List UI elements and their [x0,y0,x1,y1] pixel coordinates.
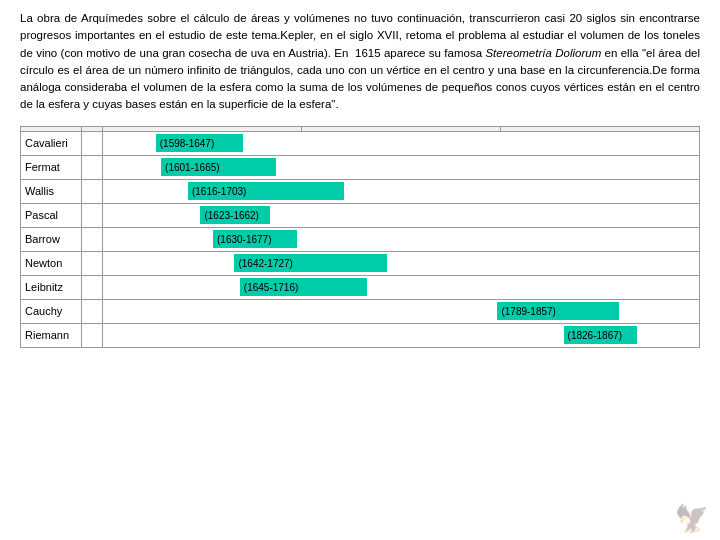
timeline-bar: (1601-1665) [161,158,275,176]
bar-area: (1623-1662) [102,203,699,227]
timeline-bar: (1598-1647) [156,134,244,152]
table-row: Fermat(1601-1665) [21,155,700,179]
spacer-cell [82,155,102,179]
timeline-bar: (1623-1662) [200,206,270,224]
table-row: Cavalieri(1598-1647) [21,131,700,155]
bar-area: (1645-1716) [102,275,699,299]
person-name: Pascal [21,203,82,227]
person-name: Cauchy [21,299,82,323]
person-name: Barrow [21,227,82,251]
spacer-cell [82,227,102,251]
person-name: Cavalieri [21,131,82,155]
table-row: Barrow(1630-1677) [21,227,700,251]
intro-paragraph: La obra de Arquímedes sobre el cálculo d… [20,10,700,114]
bar-area: (1598-1647) [102,131,699,155]
table-row: Pascal(1623-1662) [21,203,700,227]
spacer-cell [82,323,102,347]
spacer-cell [82,131,102,155]
timeline-bar: (1645-1716) [240,278,367,296]
timeline-bar: (1826-1867) [564,326,637,344]
table-row: Newton(1642-1727) [21,251,700,275]
person-name: Newton [21,251,82,275]
timeline-bar: (1630-1677) [213,230,297,248]
bar-area: (1630-1677) [102,227,699,251]
bar-area: (1616-1703) [102,179,699,203]
person-name: Leibnitz [21,275,82,299]
bar-area: (1826-1867) [102,323,699,347]
table-row: Riemann(1826-1867) [21,323,700,347]
spacer-cell [82,251,102,275]
person-name: Wallis [21,179,82,203]
spacer-cell [82,299,102,323]
table-row: Wallis(1616-1703) [21,179,700,203]
person-name: Riemann [21,323,82,347]
watermark: 🦅 [674,501,712,537]
spacer-cell [82,275,102,299]
spacer-cell [82,203,102,227]
timeline-bar: (1789-1857) [497,302,619,320]
timeline-bar: (1616-1703) [188,182,344,200]
table-row: Cauchy(1789-1857) [21,299,700,323]
table-row: Leibnitz(1645-1716) [21,275,700,299]
bar-area: (1789-1857) [102,299,699,323]
timeline-bar: (1642-1727) [234,254,386,272]
timeline-table: Cavalieri(1598-1647)Fermat(1601-1665)Wal… [20,126,700,348]
person-name: Fermat [21,155,82,179]
bar-area: (1642-1727) [102,251,699,275]
spacer-cell [82,179,102,203]
bar-area: (1601-1665) [102,155,699,179]
page-wrapper: La obra de Arquímedes sobre el cálculo d… [20,10,700,348]
